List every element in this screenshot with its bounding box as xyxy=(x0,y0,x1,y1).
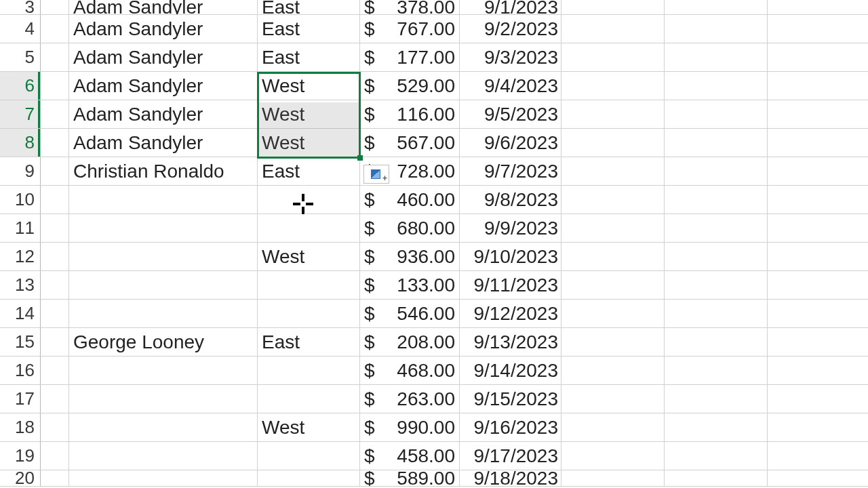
cell-name[interactable] xyxy=(69,214,258,242)
cell-empty[interactable] xyxy=(561,243,665,270)
cell-region[interactable]: West xyxy=(258,243,360,270)
cell-name[interactable]: Adam Sandyler xyxy=(69,15,258,43)
row-header[interactable]: 10 xyxy=(0,186,41,214)
table-row[interactable]: 16 $468.00 9/14/2023 xyxy=(0,357,868,385)
cell-amount[interactable]: $990.00 xyxy=(360,413,460,441)
cell-region[interactable] xyxy=(258,442,360,470)
cell-date[interactable]: 9/16/2023 xyxy=(460,413,561,441)
cell-region[interactable] xyxy=(258,186,360,214)
cell-name[interactable] xyxy=(69,357,258,384)
cell-empty[interactable] xyxy=(768,243,868,270)
cell-empty[interactable] xyxy=(561,100,665,128)
cell-region[interactable]: East xyxy=(258,328,360,356)
cell-empty[interactable] xyxy=(768,186,868,214)
cell-name[interactable] xyxy=(69,385,258,413)
row-header[interactable]: 5 xyxy=(0,43,41,71)
cell-name[interactable]: Adam Sandyler xyxy=(69,0,258,14)
gutter-cell[interactable] xyxy=(41,15,69,43)
cell-date[interactable]: 9/5/2023 xyxy=(460,100,561,128)
cell-name[interactable] xyxy=(69,442,258,470)
cell-empty[interactable] xyxy=(561,186,665,214)
cell-empty[interactable] xyxy=(768,470,868,486)
cell-date[interactable]: 9/11/2023 xyxy=(460,271,561,299)
cell-empty[interactable] xyxy=(561,271,665,299)
cell-region[interactable] xyxy=(258,385,360,413)
cell-empty[interactable] xyxy=(665,385,768,413)
table-row[interactable]: 7 Adam Sandyler West $116.00 9/5/2023 xyxy=(0,100,868,129)
cell-empty[interactable] xyxy=(768,100,868,128)
cell-empty[interactable] xyxy=(665,186,768,214)
row-header[interactable]: 6 xyxy=(0,72,41,100)
cell-name[interactable] xyxy=(69,470,258,486)
cell-name[interactable]: Christian Ronaldo xyxy=(69,157,258,185)
cell-date[interactable]: 9/6/2023 xyxy=(460,129,561,157)
gutter-cell[interactable] xyxy=(41,129,69,157)
cell-amount[interactable]: $116.00 xyxy=(360,100,460,128)
cell-empty[interactable] xyxy=(665,271,768,299)
gutter-cell[interactable] xyxy=(41,243,69,270)
cell-empty[interactable] xyxy=(768,0,868,14)
cell-date[interactable]: 9/8/2023 xyxy=(460,186,561,214)
cell-amount[interactable]: $767.00 xyxy=(360,15,460,43)
cell-name[interactable] xyxy=(69,243,258,270)
cell-amount[interactable]: $378.00 xyxy=(360,0,460,14)
row-header[interactable]: 4 xyxy=(0,15,41,43)
cell-empty[interactable] xyxy=(665,157,768,185)
cell-region[interactable]: West xyxy=(258,72,360,100)
cell-region[interactable] xyxy=(258,214,360,242)
cell-region[interactable]: West xyxy=(258,413,360,441)
cell-empty[interactable] xyxy=(665,214,768,242)
cell-date[interactable]: 9/9/2023 xyxy=(460,214,561,242)
cell-empty[interactable] xyxy=(665,129,768,157)
cell-empty[interactable] xyxy=(768,385,868,413)
cell-amount[interactable]: $546.00 xyxy=(360,300,460,327)
gutter-cell[interactable] xyxy=(41,214,69,242)
cell-empty[interactable] xyxy=(561,72,665,100)
cell-region[interactable]: East xyxy=(258,157,360,185)
table-row[interactable]: 17 $263.00 9/15/2023 xyxy=(0,385,868,413)
cell-date[interactable]: 9/15/2023 xyxy=(460,385,561,413)
cell-region[interactable]: West xyxy=(258,129,360,157)
gutter-cell[interactable] xyxy=(41,385,69,413)
cell-empty[interactable] xyxy=(561,15,665,43)
gutter-cell[interactable] xyxy=(41,357,69,384)
row-header[interactable]: 19 xyxy=(0,442,41,470)
cell-date[interactable]: 9/1/2023 xyxy=(460,0,561,14)
cell-region[interactable]: East xyxy=(258,43,360,71)
gutter-cell[interactable] xyxy=(41,442,69,470)
cell-amount[interactable]: $263.00 xyxy=(360,385,460,413)
table-row[interactable]: 14 $546.00 9/12/2023 xyxy=(0,300,868,328)
cell-empty[interactable] xyxy=(561,214,665,242)
row-header[interactable]: 9 xyxy=(0,157,41,185)
cell-name[interactable]: Adam Sandyler xyxy=(69,129,258,157)
cell-region[interactable] xyxy=(258,271,360,299)
table-row[interactable]: 8 Adam Sandyler West $567.00 9/6/2023 xyxy=(0,129,868,157)
cell-name[interactable]: Adam Sandyler xyxy=(69,100,258,128)
cell-empty[interactable] xyxy=(768,413,868,441)
table-row[interactable]: 20 $589.00 9/18/2023 xyxy=(0,470,868,487)
cell-date[interactable]: 9/17/2023 xyxy=(460,442,561,470)
row-header[interactable]: 14 xyxy=(0,300,41,327)
cell-empty[interactable] xyxy=(665,0,768,14)
cell-region[interactable] xyxy=(258,470,360,486)
cell-region[interactable]: West xyxy=(258,100,360,128)
table-row[interactable]: 19 $458.00 9/17/2023 xyxy=(0,442,868,470)
row-header[interactable]: 8 xyxy=(0,129,41,157)
cell-amount[interactable]: $589.00 xyxy=(360,470,460,486)
cell-date[interactable]: 9/4/2023 xyxy=(460,72,561,100)
cell-empty[interactable] xyxy=(561,300,665,327)
cell-empty[interactable] xyxy=(561,129,665,157)
cell-empty[interactable] xyxy=(561,328,665,356)
gutter-cell[interactable] xyxy=(41,100,69,128)
cell-amount[interactable]: $936.00 xyxy=(360,243,460,270)
spreadsheet-grid[interactable]: 3 Adam Sandyler East $378.00 9/1/2023 4 … xyxy=(0,0,868,488)
gutter-cell[interactable] xyxy=(41,271,69,299)
cell-empty[interactable] xyxy=(665,357,768,384)
cell-empty[interactable] xyxy=(665,300,768,327)
table-row[interactable]: 3 Adam Sandyler East $378.00 9/1/2023 xyxy=(0,0,868,15)
gutter-cell[interactable] xyxy=(41,0,69,14)
cell-empty[interactable] xyxy=(665,72,768,100)
cell-amount[interactable]: $567.00 xyxy=(360,129,460,157)
cell-empty[interactable] xyxy=(768,43,868,71)
cell-name[interactable]: George Looney xyxy=(69,328,258,356)
